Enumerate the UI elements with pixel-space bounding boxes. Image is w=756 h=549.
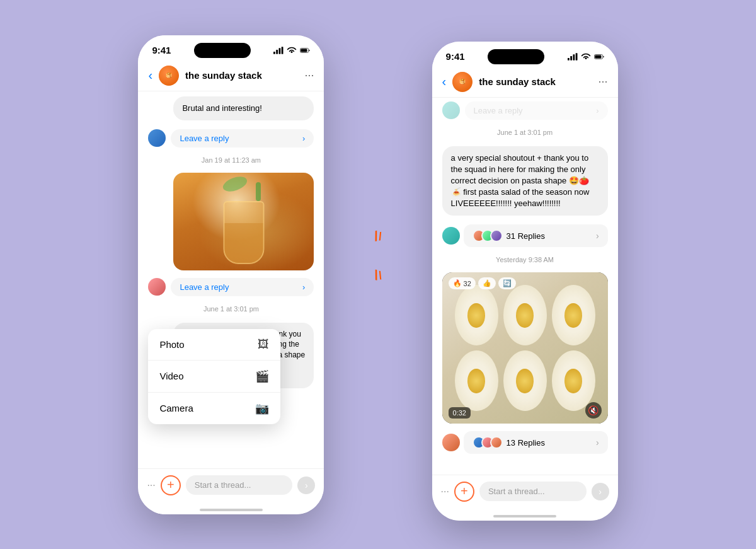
thread-input-right[interactable]: Start a thread... [479,482,587,501]
status-time-left: 9:41 [152,45,171,55]
back-button-right[interactable]: ‹ [442,74,447,89]
popup-camera-label: Camera [159,403,193,413]
svg-rect-9 [575,53,577,60]
input-dots-right[interactable]: ··· [441,486,449,497]
replies-31-pill[interactable]: 31 Replies › [464,224,608,247]
svg-rect-6 [568,57,570,60]
status-time-right: 9:41 [446,51,465,62]
replies-13-avatar-main [442,434,460,451]
wifi-icon-right [581,53,591,61]
egg-6 [552,350,595,411]
more-button-left[interactable]: ··· [304,69,314,82]
svg-rect-0 [273,51,275,54]
timestamp-2: June 1 at 3:01 pm [138,300,324,318]
eggs-grid [442,272,608,424]
svg-rect-8 [573,54,575,60]
starburst-left: \ \ [374,269,381,282]
leave-reply-pill-2[interactable]: Leave a reply › [171,278,314,296]
signal-icon-right [568,53,578,61]
garnish-sprig [256,182,261,201]
photo-icon: 🖼 [258,338,269,351]
drink-photo [173,173,314,270]
send-button-left[interactable]: › [297,477,315,494]
thread-input-left[interactable]: Start a thread... [186,475,293,495]
replies-13-pill[interactable]: 13 Replies › [464,431,608,454]
svg-rect-5 [301,49,307,52]
replies-31-count: 31 Replies [507,231,545,241]
svg-rect-1 [277,50,278,54]
starburst-area: / / \ \ [374,229,381,282]
nav-bar-right: ‹ 🥞 the sunday stack ··· [432,67,618,98]
more-button-right[interactable]: ··· [598,75,608,88]
phone-right: 9:41 ‹ 🥞 [432,42,618,521]
reply-avatar-group [472,229,503,242]
user-avatar-2 [148,278,166,296]
reply-13-av-3 [490,436,503,449]
popup-item-photo[interactable]: Photo 🖼 [148,329,280,361]
reply-13-avatar-group [472,436,503,449]
image-message [173,173,314,270]
reply-av-3 [490,229,503,242]
garnish-leaf [221,173,249,194]
leave-reply-text-2: Leave a reply [180,282,229,292]
svg-rect-3 [282,47,284,54]
replies-avatar-main [442,227,460,245]
popup-menu: Photo 🖼 Video 🎬 Camera 📷 [148,329,280,424]
battery-icon [300,47,310,54]
battery-icon-right [594,53,604,61]
popup-video-label: Video [159,371,183,381]
video-content: 🔥 32 👍 🔄 0:32 🔇 [442,272,608,424]
video-mute-button[interactable]: 🔇 [585,402,602,419]
send-button-right[interactable]: › [592,483,609,500]
leave-reply-row-1[interactable]: Leave a reply › [138,125,324,151]
reaction-thumbs: 👍 [478,277,496,289]
input-bar-left: ··· + Start a thread... › [138,468,324,502]
input-bar-right: ··· + Start a thread... › [432,475,618,508]
channel-title-left: the sunday stack [185,70,298,81]
message-bubble-brutal: Brutal and interesting! [173,96,314,120]
status-bar-left: 9:41 [138,35,324,61]
svg-rect-2 [279,48,281,54]
replies-13-row[interactable]: 13 Replies › [432,427,618,458]
egg-4 [455,350,498,411]
arrow-left-2: \ [378,269,382,280]
partial-reply-text: Leave a reply [474,106,523,115]
replies-31-row[interactable]: 31 Replies › [432,221,618,251]
channel-avatar-left: 🥞 [159,66,179,86]
back-button-left[interactable]: ‹ [148,68,152,83]
status-icons-right [568,53,604,61]
reaction-recycle: 🔄 [498,277,516,289]
camera-icon: 📷 [255,402,269,415]
content-left: Brutal and interesting! Leave a reply › … [138,91,324,468]
message-text-shoutout: a very special shoutout + thank you to t… [451,153,590,209]
status-bar-right: 9:41 [432,42,618,67]
leave-reply-row-2[interactable]: Leave a reply › [138,274,324,300]
input-dots-left[interactable]: ··· [147,480,155,491]
plus-button-right[interactable]: + [454,482,474,502]
message-shoutout: a very special shoutout + thank you to t… [432,141,618,221]
phone-left: 9:41 ‹ [138,35,324,514]
leave-reply-pill-1[interactable]: Leave a reply › [171,129,314,147]
popup-item-video[interactable]: Video 🎬 [148,361,280,393]
starburst-right: / / [374,229,381,243]
svg-rect-7 [570,56,572,61]
home-bar-right [493,515,556,517]
channel-title-right: the sunday stack [479,76,592,87]
partial-reply-pill: Leave a reply › [465,101,608,120]
partial-reply-row: Leave a reply › [432,98,618,124]
popup-photo-label: Photo [159,339,184,350]
status-icons-left [273,47,310,54]
arrow-right-2: / [378,230,382,241]
partial-chevron: › [596,106,598,115]
popup-item-camera[interactable]: Camera 📷 [148,393,280,424]
video-message: 🔥 32 👍 🔄 0:32 🔇 [442,272,608,424]
glass-liquid [224,223,263,262]
video-duration: 0:32 [449,407,471,419]
user-avatar-1 [148,129,166,147]
partial-avatar [442,101,460,119]
home-indicator-right [432,508,618,521]
channel-avatar-right: 🥞 [452,72,472,92]
reaction-row: 🔥 32 👍 🔄 [449,277,516,289]
plus-button-left[interactable]: + [161,475,181,495]
message-brutal: Brutal and interesting! [138,91,324,125]
